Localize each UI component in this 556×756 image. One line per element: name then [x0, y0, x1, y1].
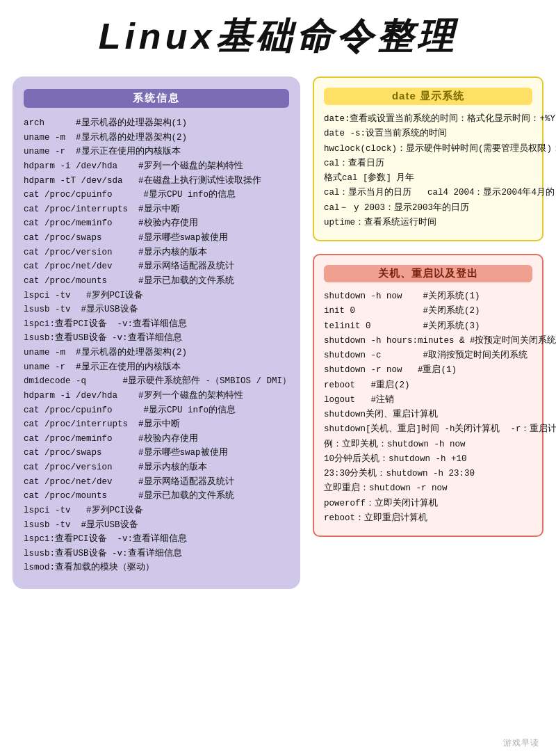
- left-panel-title: 系统信息: [24, 89, 289, 108]
- date-panel: date 显示系统 date:查看或设置当前系统的时间：格式化显示时间：+%Y－…: [313, 77, 543, 241]
- left-panel: 系统信息 arch #显示机器的处理器架构(1) uname -m #显示机器的…: [13, 77, 300, 589]
- right-panel: date 显示系统 date:查看或设置当前系统的时间：格式化显示时间：+%Y－…: [313, 77, 543, 537]
- watermark: 游戏早读: [503, 737, 539, 749]
- date-panel-content: date:查看或设置当前系统的时间：格式化显示时间：+%Y－－%m－－%d： d…: [324, 112, 532, 230]
- shutdown-panel: 关机、重启以及登出 shutdown -h now #关闭系统(1) init …: [313, 254, 543, 537]
- shutdown-panel-content: shutdown -h now #关闭系统(1) init 0 #关闭系统(2)…: [324, 289, 532, 526]
- shutdown-panel-title: 关机、重启以及登出: [324, 265, 532, 282]
- date-panel-title: date 显示系统: [324, 88, 532, 105]
- left-panel-content: arch #显示机器的处理器架构(1) uname -m #显示机器的处理器架构…: [24, 116, 289, 575]
- page-title: Linux基础命令整理: [0, 0, 556, 77]
- main-content: 系统信息 arch #显示机器的处理器架构(1) uname -m #显示机器的…: [0, 77, 556, 602]
